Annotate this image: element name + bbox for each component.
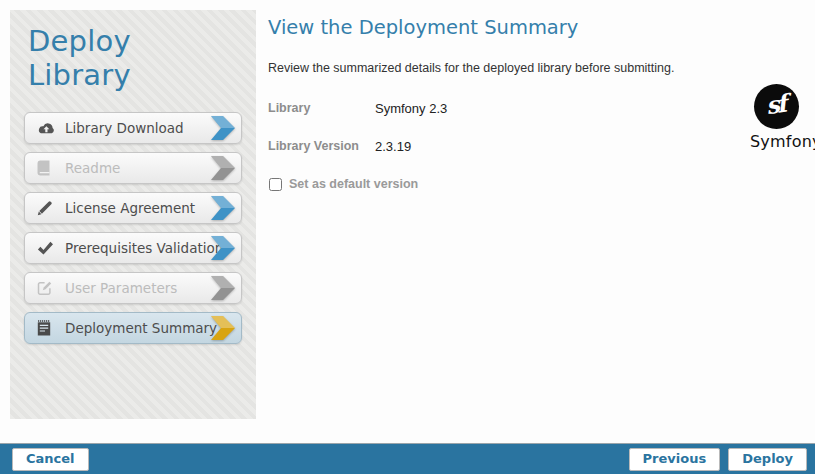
step-label: Prerequisites Validation (65, 240, 223, 256)
book-icon (37, 160, 65, 176)
chevron-right-icon (211, 235, 236, 261)
wizard-sidebar: Deploy Library Library Download Readme (10, 10, 256, 419)
checkbox-label: Set as default version (289, 177, 418, 191)
chevron-right-icon (211, 195, 236, 221)
symfony-logo-icon: sf (754, 84, 799, 129)
deploy-button[interactable]: Deploy (728, 448, 807, 471)
summary-panel: View the Deployment Summary Review the s… (268, 16, 728, 191)
step-prerequisites-validation[interactable]: Prerequisites Validation (24, 232, 242, 264)
symfony-logo: sf Symfony (750, 84, 802, 151)
detail-label: Library Version (268, 139, 375, 154)
footer-right-buttons: Previous Deploy (629, 448, 807, 471)
chevron-right-icon (211, 155, 236, 181)
symfony-logo-caption: Symfony (750, 132, 802, 151)
step-readme: Readme (24, 152, 242, 184)
deploy-library-wizard: Deploy Library Library Download Readme (0, 0, 815, 474)
pen-icon (37, 200, 65, 216)
notepad-icon (37, 320, 65, 336)
step-deployment-summary[interactable]: Deployment Summary (24, 312, 242, 344)
step-label: Readme (65, 160, 120, 176)
symfony-monogram: sf (764, 89, 786, 120)
check-icon (37, 241, 65, 255)
cloud-upload-icon (37, 121, 65, 136)
step-label: User Parameters (65, 280, 177, 296)
default-version-checkbox[interactable] (269, 178, 282, 191)
step-user-parameters: User Parameters (24, 272, 242, 304)
previous-button[interactable]: Previous (629, 448, 721, 471)
detail-value: 2.3.19 (375, 139, 411, 154)
detail-value: Symfony 2.3 (375, 101, 447, 116)
detail-label: Library (268, 101, 375, 116)
detail-row-library-version: Library Version 2.3.19 (268, 139, 728, 154)
chevron-right-icon (211, 315, 236, 341)
step-label: Deployment Summary (65, 320, 217, 336)
step-license-agreement[interactable]: License Agreement (24, 192, 242, 224)
chevron-right-icon (211, 275, 236, 301)
default-version-checkbox-row[interactable]: Set as default version (268, 177, 728, 191)
edit-icon (37, 280, 65, 296)
wizard-title: Deploy Library (28, 24, 242, 92)
step-label: License Agreement (65, 200, 195, 216)
page-title: View the Deployment Summary (268, 16, 728, 39)
page-description: Review the summarized details for the de… (268, 61, 728, 75)
step-library-download[interactable]: Library Download (24, 112, 242, 144)
detail-row-library: Library Symfony 2.3 (268, 101, 728, 116)
wizard-footer: Cancel Previous Deploy (0, 443, 815, 474)
cancel-button[interactable]: Cancel (12, 448, 89, 471)
step-label: Library Download (65, 120, 184, 136)
chevron-right-icon (211, 115, 236, 141)
